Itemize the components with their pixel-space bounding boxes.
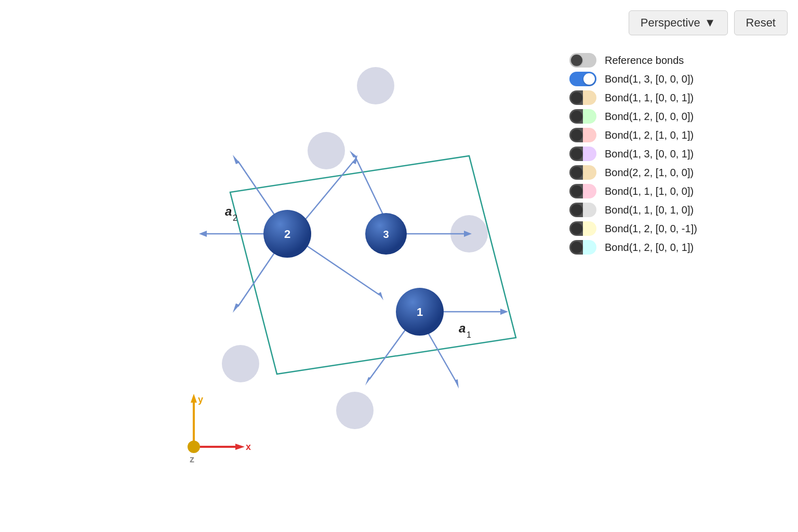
y-axis-arrow bbox=[191, 394, 197, 403]
ghost-atom-top-left bbox=[308, 132, 345, 169]
arrow-node1-downleft bbox=[369, 322, 411, 379]
arrow-node2-downright bbox=[303, 243, 380, 295]
arrow-node2-upright bbox=[303, 161, 354, 222]
arrow-node3-up bbox=[355, 156, 386, 221]
arrow-node2-left-head bbox=[199, 231, 207, 237]
y-axis-label: y bbox=[198, 394, 203, 405]
arrow-node1-downright-head bbox=[455, 379, 459, 389]
ghost-atom-bottom-left bbox=[222, 345, 259, 382]
x-axis-label: x bbox=[246, 442, 251, 452]
unit-cell bbox=[230, 156, 516, 374]
ghost-atom-bottom bbox=[336, 392, 374, 429]
arrow-node1-downleft-head bbox=[365, 377, 371, 385]
arrow-node1-right-head bbox=[500, 309, 508, 315]
arrow-node2-downleft-head bbox=[233, 303, 240, 313]
node-3-label: 3 bbox=[383, 229, 389, 240]
a1-subscript: 1 bbox=[467, 330, 471, 339]
arrow-node2-downright-head bbox=[378, 292, 383, 300]
arrow-node3-up-head bbox=[350, 151, 357, 157]
ghost-atom-top bbox=[357, 67, 394, 104]
molecular-visualization: 2 3 1 a 2 a 1 y x z bbox=[0, 0, 798, 532]
a1-axis-label: a bbox=[459, 321, 466, 335]
a2-subscript: 2 bbox=[233, 214, 237, 222]
node-1-label: 1 bbox=[417, 305, 423, 318]
z-axis-node bbox=[188, 441, 200, 453]
x-axis-arrow bbox=[235, 444, 245, 450]
node-2-label: 2 bbox=[284, 228, 290, 241]
a2-axis-label: a bbox=[225, 204, 232, 218]
z-axis-label: z bbox=[190, 454, 194, 464]
arrow-node2-upleft-head bbox=[233, 155, 240, 164]
